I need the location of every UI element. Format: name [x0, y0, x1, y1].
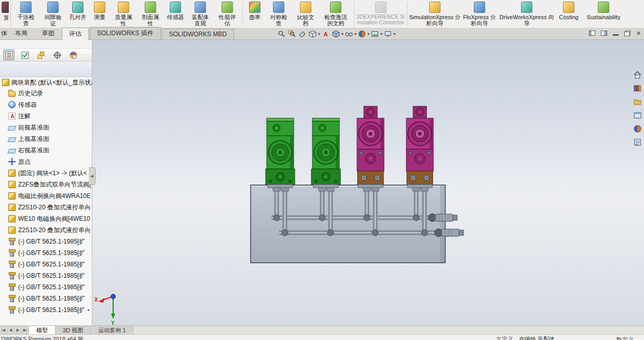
tree-item-fastener[interactable]: (-) GB/T 5625.1-1985[扩 — [0, 281, 92, 293]
measure-button[interactable]: 测量 — [89, 0, 110, 28]
annotation-view-icon[interactable]: A — [321, 29, 331, 39]
valve-green-2[interactable] — [311, 118, 340, 188]
tab-scroll-last-icon[interactable]: ▶| — [22, 326, 29, 334]
driveworksxpress-wizard-button[interactable]: DriveWorksXpress 向导 — [498, 0, 555, 28]
clearance-verification-button[interactable]: 间隙验证 — [39, 0, 66, 28]
tab-solidworks-mbd[interactable]: SOLIDWORKS MBD — [162, 29, 234, 39]
part-icon — [8, 181, 16, 188]
restore-icon[interactable] — [624, 31, 631, 36]
custom-properties-icon[interactable] — [633, 137, 642, 147]
view-orientation-icon[interactable] — [308, 29, 318, 39]
tree-item-annotations[interactable]: 注解 — [0, 110, 92, 122]
zoom-to-area-icon[interactable] — [287, 29, 297, 39]
section-properties-button[interactable]: 剖面属性 — [137, 0, 164, 28]
appearances-icon[interactable] — [633, 124, 642, 134]
tab-model[interactable]: 模型 — [29, 326, 56, 334]
model-3d-view[interactable]: X Y — [92, 40, 644, 325]
tree-item-fastener[interactable]: (-) GB/T 5625.1-1985[扩 — [0, 304, 92, 316]
featuremanager-tree-icon[interactable] — [3, 49, 15, 61]
orientation-triad: X Y — [94, 294, 116, 326]
file-explorer-icon[interactable] — [633, 97, 642, 107]
tree-item-front-plane[interactable]: 前视基准面 — [0, 122, 92, 133]
zoom-to-fit-icon[interactable] — [277, 29, 286, 39]
propertymanager-icon[interactable] — [19, 49, 31, 61]
tree-item-fastener[interactable]: (-) GB/T 5625.1-1985[扩 — [0, 293, 92, 304]
tree-item-component[interactable]: Z2FS叠加式双单向节流阀[ — [0, 179, 92, 190]
tree-item-component[interactable]: Z2S10-20 叠加式液控单向 — [0, 202, 92, 213]
hole-alignment-button[interactable]: 孔对齐 — [66, 0, 89, 28]
tab-evaluate[interactable]: 评估 — [62, 27, 89, 40]
edit-appearance-icon[interactable] — [357, 29, 367, 39]
scroll-up-icon[interactable]: ▲ — [87, 79, 90, 83]
section-view-icon[interactable] — [297, 29, 307, 39]
dimxpertmanager-icon[interactable] — [51, 49, 63, 61]
symmetry-check-button[interactable]: 对称检查 — [265, 0, 292, 28]
tab-sketch[interactable]: 草图 — [35, 27, 62, 39]
simulationxpress-wizard-button[interactable]: SimulationXpress 分析向导 — [409, 0, 461, 28]
sensors-button[interactable]: 传感器 — [164, 0, 187, 28]
valve-magenta-2[interactable] — [406, 106, 433, 188]
tab-layout[interactable]: 布局 — [8, 27, 35, 39]
dock-window-icon[interactable] — [601, 31, 607, 36]
view-settings-icon[interactable] — [383, 29, 393, 39]
floxpress-wizard-button[interactable]: FloXpress 分析向导 — [461, 0, 498, 28]
tab-scroll-prev-icon[interactable]: ◀ — [7, 326, 15, 334]
sustainability-button[interactable]: Sustainability — [582, 0, 625, 28]
valve-magenta-1[interactable] — [357, 106, 384, 188]
chevron-down-icon[interactable]: ▾ — [380, 32, 382, 36]
3dexperience-connector-button[interactable]: 3DEXPERIENCE Simulation Connector — [356, 0, 405, 28]
costing-button[interactable]: Costing — [555, 0, 582, 28]
bolt-icon — [10, 238, 14, 245]
tab-assembly-clipped[interactable]: 体 — [0, 27, 8, 39]
assembly-visualization-button[interactable]: 装配体直观 — [187, 0, 214, 28]
tree-item-component[interactable]: (固定) 阀块<1> -> (默认< — [0, 167, 92, 179]
tree-item-fastener[interactable]: (-) GB/T 5625.1-1985[扩 — [0, 270, 92, 281]
tree-item-top-plane[interactable]: 上视基准面 — [0, 133, 92, 145]
chevron-down-icon[interactable]: ▾ — [354, 32, 357, 36]
chevron-down-icon[interactable]: ▾ — [393, 32, 395, 36]
valve-green-1[interactable] — [266, 118, 295, 188]
tab-solidworks-addins[interactable]: SOLIDWORKS 插件 — [90, 27, 161, 39]
home-icon[interactable] — [633, 70, 642, 80]
panel-splitter-handle[interactable]: ◀ — [89, 167, 95, 185]
tree-item-sensors[interactable]: 传感器 — [0, 99, 92, 110]
chevron-down-icon[interactable]: ▾ — [318, 32, 320, 36]
tree-item-component[interactable]: 电磁比例换向阀4WRA10E — [0, 190, 92, 202]
check-active-document-button[interactable]: 检查激活的文档▾ — [319, 0, 352, 28]
hide-show-items-icon[interactable] — [344, 29, 354, 39]
chevron-down-icon[interactable]: ▾ — [341, 32, 344, 36]
mass-properties-button[interactable]: 质量属性 — [110, 0, 137, 28]
graphics-viewport[interactable]: X Y — [92, 40, 644, 325]
tree-item-right-plane[interactable]: 右视基准面 — [0, 145, 92, 156]
compare-documents-button[interactable]: 比较文档 — [292, 0, 319, 28]
display-style-icon[interactable] — [331, 29, 341, 39]
tree-item-history[interactable]: 历史记录 — [0, 88, 92, 99]
close-icon[interactable]: × — [636, 30, 641, 37]
interference-check-button[interactable]: 干涉检查 — [12, 0, 39, 28]
apply-scene-icon[interactable] — [370, 29, 380, 39]
tree-item-fastener[interactable]: (-) GB/T 5625.1-1985[扩 — [0, 236, 92, 247]
minimize-icon[interactable] — [613, 34, 619, 36]
view-palette-icon[interactable] — [633, 110, 642, 120]
displaymanager-icon[interactable] — [67, 49, 79, 61]
tab-3d-views[interactable]: 3D 视图 — [56, 326, 91, 334]
tree-item-fastener[interactable]: (-) GB/T 5625.1-1985[扩 — [0, 259, 92, 270]
float-window-icon[interactable] — [589, 31, 595, 36]
chevron-down-icon[interactable]: ▾ — [367, 32, 369, 36]
performance-evaluation-button[interactable]: 性能评估 — [214, 0, 241, 28]
scroll-down-icon[interactable]: ▼ — [87, 308, 90, 312]
tree-root[interactable]: 阀块装配 (默认<默认_显示状态 ▲ — [0, 77, 92, 88]
tab-scroll-next-icon[interactable]: ▶ — [15, 326, 22, 334]
tree-item-origin[interactable]: 原点 — [0, 156, 92, 167]
tab-motion-study[interactable]: 运动算例 1 — [91, 326, 133, 334]
design-library-icon[interactable] — [633, 83, 642, 93]
tree-item-component[interactable]: WE10 电磁换向阀[4WE10 — [0, 213, 92, 224]
tree-item-component[interactable]: Z2S10-20 叠加式液控单向 — [0, 224, 92, 236]
toolbar-clipped-left[interactable]: 算 — [0, 0, 9, 28]
tab-scroll-first-icon[interactable]: |◀ — [0, 326, 7, 334]
assembly-visualization-icon — [195, 2, 206, 13]
configurationmanager-icon[interactable] — [35, 49, 47, 61]
curvature-button[interactable]: 曲率 — [244, 0, 265, 28]
task-pane — [633, 70, 642, 147]
tree-item-fastener[interactable]: (-) GB/T 5625.1-1985[扩 — [0, 247, 92, 259]
